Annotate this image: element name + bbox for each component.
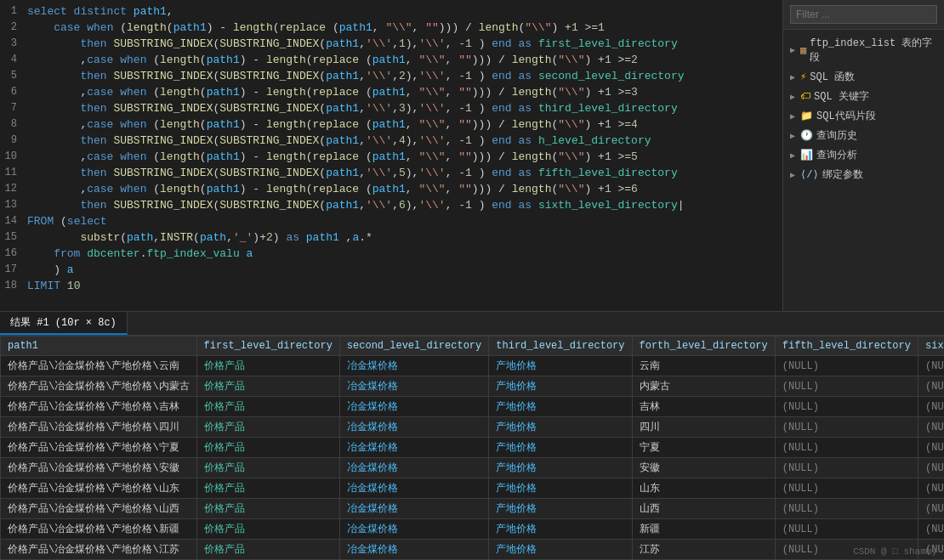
table-cell: (NULL) [918, 519, 944, 540]
table-cell: 产地价格 [489, 540, 632, 560]
table-cell: 产地价格 [489, 499, 632, 519]
table-row: 价格产品\冶金煤价格\产地价格\吉林价格产品冶金煤价格产地价格吉林(NULL)(… [1, 397, 945, 417]
sidebar-item-label: SQL 函数 [810, 70, 855, 84]
editor-line-14: 14 FROM (select [0, 213, 782, 229]
snippet-icon: 📁 [800, 110, 813, 122]
func-icon: ⚡ [800, 71, 806, 83]
sidebar-item-ftp-index[interactable]: ▶ ▦ ftp_index_list 表的字段 [783, 33, 944, 67]
sidebar-tree: ▶ ▦ ftp_index_list 表的字段 ▶ ⚡ SQL 函数 ▶ 🏷 S… [783, 30, 944, 311]
sidebar: ▶ ▦ ftp_index_list 表的字段 ▶ ⚡ SQL 函数 ▶ 🏷 S… [782, 0, 944, 311]
table-cell: (NULL) [918, 356, 944, 376]
table-cell: 江苏 [632, 540, 775, 560]
table-cell: 价格产品\冶金煤价格\产地价格\云南 [1, 356, 197, 376]
editor-line-16: 16 from dbcenter.ftp_index_valu a [0, 246, 782, 262]
table-cell: 新疆 [632, 519, 775, 540]
sidebar-item-label: 查询分析 [816, 148, 857, 162]
table-header-row: path1 first_level_directory second_level… [1, 337, 945, 356]
table-cell: 冶金煤价格 [339, 499, 488, 519]
watermark: CSDN @ □ shammy [853, 546, 937, 557]
editor-line-8: 8 ,case when (length(path1) - length(rep… [0, 116, 782, 133]
table-cell: 产地价格 [489, 356, 632, 376]
editor-line-11: 11 then SUBSTRING_INDEX(SUBSTRING_INDEX(… [0, 165, 782, 181]
sidebar-item-label: 查询历史 [816, 128, 857, 143]
sidebar-item-query-analysis[interactable]: ▶ 📊 查询分析 [783, 145, 944, 165]
table-cell: 价格产品 [196, 376, 339, 397]
table-cell: 价格产品 [196, 540, 339, 560]
key-icon: 🏷 [800, 90, 810, 103]
table-row: 价格产品\冶金煤价格\产地价格\山东价格产品冶金煤价格产地价格山东(NULL)(… [1, 478, 945, 499]
table-cell: (NULL) [918, 397, 944, 417]
col-path1: path1 [1, 337, 197, 356]
table-cell: (NULL) [918, 458, 944, 478]
table-cell: (NULL) [918, 499, 944, 519]
sidebar-item-sql-keyword[interactable]: ▶ 🏷 SQL 关键字 [783, 87, 944, 106]
editor-line-17: 17 ) a [0, 262, 782, 278]
col-third-level: third_level_directory [489, 337, 632, 356]
filter-input[interactable] [790, 5, 937, 24]
table-cell: 产地价格 [489, 397, 632, 417]
sidebar-item-label: 绑定参数 [822, 167, 863, 182]
expand-arrow-icon: ▶ [790, 131, 795, 141]
table-cell: (NULL) [918, 417, 944, 438]
table-row: 价格产品\冶金煤价格\产地价格\内蒙古价格产品冶金煤价格产地价格内蒙古(NULL… [1, 376, 945, 397]
expand-arrow-icon: ▶ [790, 150, 795, 161]
sql-editor[interactable]: 1 select distinct path1, 2 case when (le… [0, 0, 782, 311]
sidebar-item-label: SQL代码片段 [816, 109, 876, 123]
table-cell: 产地价格 [489, 376, 632, 397]
table-cell: 价格产品\冶金煤价格\产地价格\宁夏 [1, 438, 197, 458]
table-cell: 产地价格 [489, 438, 632, 458]
table-cell: 山东 [632, 478, 775, 499]
table-cell: (NULL) [775, 417, 918, 438]
results-tabs: 结果 #1 (10r × 8c) [0, 312, 944, 336]
expand-arrow-icon: ▶ [790, 72, 795, 82]
table-cell: 产地价格 [489, 478, 632, 499]
sidebar-item-sql-func[interactable]: ▶ ⚡ SQL 函数 [783, 67, 944, 87]
table-cell: 冶金煤价格 [339, 397, 488, 417]
editor-line-10: 10 ,case when (length(path1) - length(re… [0, 149, 782, 165]
table-cell: 冶金煤价格 [339, 438, 488, 458]
expand-arrow-icon: ▶ [790, 111, 795, 122]
editor-line-15: 15 substr(path,INSTR(path,'_')+2) as pat… [0, 229, 782, 246]
table-row: 价格产品\冶金煤价格\产地价格\云南价格产品冶金煤价格产地价格云南(NULL)(… [1, 356, 945, 376]
table-cell: 安徽 [632, 458, 775, 478]
results-table: path1 first_level_directory second_level… [0, 336, 944, 560]
table-cell: 价格产品 [196, 458, 339, 478]
table-cell: 价格产品 [196, 417, 339, 438]
table-cell: 价格产品\冶金煤价格\产地价格\内蒙古 [1, 376, 197, 397]
table-cell: 冶金煤价格 [339, 540, 488, 560]
table-cell: 山西 [632, 499, 775, 519]
col-forth-level: forth_level_directory [632, 337, 775, 356]
editor-line-5: 5 then SUBSTRING_INDEX(SUBSTRING_INDEX(p… [0, 68, 782, 84]
table-cell: 冶金煤价格 [339, 376, 488, 397]
table-cell: 冶金煤价格 [339, 356, 488, 376]
table-row: 价格产品\冶金煤价格\产地价格\山西价格产品冶金煤价格产地价格山西(NULL)(… [1, 499, 945, 519]
table-cell: (NULL) [775, 397, 918, 417]
table-cell: 产地价格 [489, 417, 632, 438]
results-table-wrapper[interactable]: path1 first_level_directory second_level… [0, 336, 944, 560]
table-row: 价格产品\冶金煤价格\产地价格\新疆价格产品冶金煤价格产地价格新疆(NULL)(… [1, 519, 945, 540]
sidebar-item-query-history[interactable]: ▶ 🕐 查询历史 [783, 126, 944, 145]
sidebar-item-bind-params[interactable]: ▶ ⟨/⟩ 绑定参数 [783, 165, 944, 184]
table-cell: 冶金煤价格 [339, 519, 488, 540]
editor-line-4: 4 ,case when (length(path1) - length(rep… [0, 52, 782, 68]
results-area: 结果 #1 (10r × 8c) path1 first_level_direc… [0, 311, 944, 560]
table-row: 价格产品\冶金煤价格\产地价格\宁夏价格产品冶金煤价格产地价格宁夏(NULL)(… [1, 438, 945, 458]
editor-line-13: 13 then SUBSTRING_INDEX(SUBSTRING_INDEX(… [0, 197, 782, 213]
table-cell: 价格产品 [196, 499, 339, 519]
results-tab-1[interactable]: 结果 #1 (10r × 8c) [0, 312, 128, 335]
table-cell: (NULL) [775, 376, 918, 397]
expand-arrow-icon: ▶ [790, 45, 795, 55]
table-cell: (NULL) [775, 458, 918, 478]
editor-line-12: 12 ,case when (length(path1) - length(re… [0, 181, 782, 197]
analysis-icon: 📊 [800, 149, 813, 161]
table-row: 价格产品\冶金煤价格\产地价格\江苏价格产品冶金煤价格产地价格江苏(NULL)(… [1, 540, 945, 560]
col-sixth-level: sixth_level_directory [918, 337, 944, 356]
table-cell: 内蒙古 [632, 376, 775, 397]
table-cell: 价格产品 [196, 356, 339, 376]
table-cell: (NULL) [775, 356, 918, 376]
table-cell: 价格产品\冶金煤价格\产地价格\山东 [1, 478, 197, 499]
sidebar-item-sql-snippet[interactable]: ▶ 📁 SQL代码片段 [783, 106, 944, 126]
col-first-level: first_level_directory [196, 337, 339, 356]
table-cell: 冶金煤价格 [339, 458, 488, 478]
table-cell: 价格产品 [196, 478, 339, 499]
